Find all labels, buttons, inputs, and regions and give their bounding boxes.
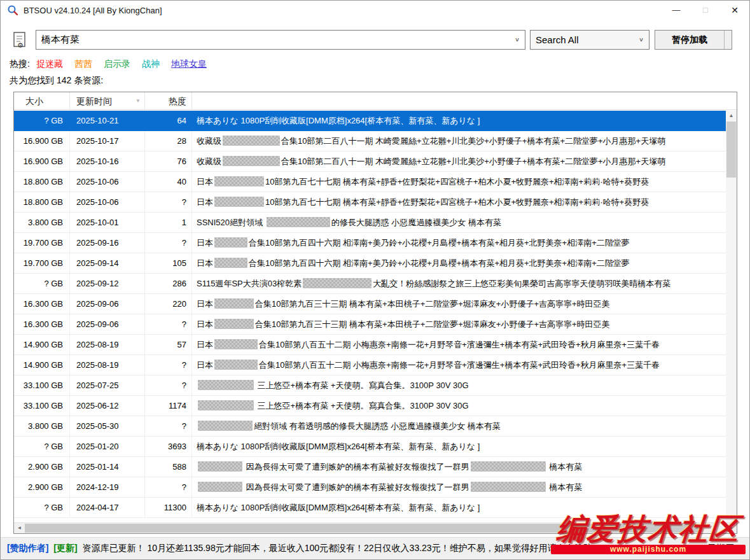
vertical-scrollbar[interactable]: ▲ ▼	[726, 111, 737, 522]
cell-heat: ?	[145, 375, 192, 395]
cell-size: 3.800 GB	[14, 416, 70, 436]
cell-title: 日本10部第九百七十七期 橋本有菜+靜香+佐野梨花+四宮桃子+柏木小夏+牧野麗奈…	[192, 172, 726, 192]
hot-search-link[interactable]: 启示录	[104, 59, 130, 69]
minimize-icon[interactable]: —	[662, 1, 691, 20]
cell-title: 日本合集10部第九百四十六期 相澤南+美乃鈴+小花櫻+月島櫻+橋本有菜+相月葵+…	[192, 233, 726, 253]
cell-title: SSNI520絕對領域 的修長大腿誘惑 小惡魔過膝襪美少女 橋本有菜	[192, 213, 726, 232]
cell-size: 33.100 GB	[14, 375, 70, 395]
cell-title: 三上悠亞+橋本有菜 +天使萌。寫真合集。3100P 30V 30G	[192, 375, 726, 395]
cell-date: 2025-10-21	[70, 111, 145, 130]
cell-size: ? GB	[14, 437, 70, 456]
header-size[interactable]: 大小	[14, 92, 70, 109]
hot-search-link[interactable]: 茜茜	[74, 59, 92, 69]
hot-search-row: 热搜:捉迷藏茜茜启示录战神地球女皇	[10, 59, 218, 70]
table-row[interactable]: 16.900 GB2025-10-1728收藏级合集10部第二百八十一期 木崎愛…	[14, 131, 726, 151]
pause-loading-label: 暂停加载	[655, 31, 724, 49]
table-row[interactable]: ? GB2024-04-1711300橋本ありな 1080P刮削收藏版[DMM原…	[14, 498, 726, 518]
table-row[interactable]: 2.900 GB2024-12-19? 因為長得太可愛了遭到嫉妒的橋本有菜被好友…	[14, 477, 726, 498]
table-row[interactable]: ? GB2025-01-203693橋本ありな 1080P刮削收藏版[DMM原档…	[14, 437, 726, 457]
table-row[interactable]: 18.800 GB2025-10-06?日本10部第九百七十七期 橋本有菜+靜香…	[14, 192, 726, 213]
chevron-down-icon[interactable]: ∨	[639, 36, 644, 43]
app-logo-icon	[7, 4, 18, 16]
scroll-up-icon[interactable]: ▲	[726, 111, 737, 121]
cell-title: 收藏级合集10部第二百八十一期 木崎愛麗絲+立花雛+川北美沙+小野優子+橋本有菜…	[192, 131, 726, 151]
cell-title: 三上悠亞+橋本有菜 +天使萌。寫真合集。3100P 30V 30G	[192, 396, 726, 416]
hot-search-link[interactable]: 捉迷藏	[36, 59, 63, 69]
button-split-handle[interactable]	[724, 31, 732, 49]
table-row[interactable]: 19.700 GB2025-09-14105日本合集10部第九百四十六期 相澤南…	[14, 253, 726, 274]
table-row[interactable]: 3.800 GB2025-05-30?絕對領域 有着透明感的修長大腿誘惑 小惡魔…	[14, 416, 726, 437]
cell-title: 日本10部第九百七十七期 橋本有菜+靜香+佐野梨花+四宮桃子+柏木小夏+牧野麗奈…	[192, 192, 726, 212]
hot-search-link[interactable]: 地球女皇	[171, 59, 207, 69]
titlebar: BTSOU v24.10.24 [All By KiongChan] — □ ✕	[1, 1, 749, 20]
horizontal-scroll-thumb[interactable]	[25, 524, 698, 533]
cell-title: 收藏级合集10部第二百八十一期 木崎愛麗絲+立花雛+川北美沙+小野優子+橋本有菜…	[192, 151, 726, 171]
censored-blur	[198, 461, 242, 472]
table-row[interactable]: 19.700 GB2025-09-16?日本合集10部第九百四十六期 相澤南+美…	[14, 233, 726, 253]
censored-blur	[223, 136, 280, 146]
scroll-right-icon[interactable]: ►	[726, 523, 737, 533]
table-row[interactable]: 33.100 GB2025-07-25? 三上悠亞+橋本有菜 +天使萌。寫真合集…	[14, 375, 726, 396]
search-scope-select[interactable]: Search All ∨	[530, 30, 649, 50]
table-row[interactable]: 33.100 GB2025-06-121174 三上悠亞+橋本有菜 +天使萌。寫…	[14, 396, 726, 416]
search-settings-button[interactable]: ⚙	[10, 30, 31, 50]
cell-size: 33.100 GB	[14, 396, 70, 416]
hot-search-label: 热搜:	[10, 59, 30, 69]
sort-descending-icon: ▼	[135, 92, 141, 110]
cell-size: 16.900 GB	[14, 131, 70, 151]
table-row[interactable]: 18.800 GB2025-10-0640日本10部第九百七十七期 橋本有菜+靜…	[14, 172, 726, 192]
censored-blur	[198, 380, 254, 390]
status-link[interactable]: [赞助作者]	[7, 543, 48, 553]
cell-date: 2025-10-17	[70, 131, 145, 151]
cell-size: 16.900 GB	[14, 151, 70, 171]
hot-search-link[interactable]: 战神	[142, 59, 160, 69]
cell-heat: 11300	[145, 498, 192, 517]
cell-size: 16.300 GB	[14, 294, 70, 314]
cell-date: 2025-09-16	[70, 233, 145, 253]
cell-date: 2025-06-12	[70, 396, 145, 416]
cell-heat: ?	[145, 192, 192, 212]
toolbar: ⚙ 橋本有菜 ∨ Search All ∨ 暂停加载	[10, 30, 742, 50]
cell-title: 日本合集10部第九百四十六期 相澤南+美乃鈴+小花櫻+月島櫻+橋本有菜+相月葵+…	[192, 253, 726, 273]
chevron-down-icon[interactable]: ∨	[515, 36, 520, 43]
table-row[interactable]: 16.900 GB2025-10-1676收藏级合集10部第二百八十一期 木崎愛…	[14, 151, 726, 172]
cell-heat: 3693	[145, 437, 192, 456]
window-controls: — □ ✕	[662, 1, 749, 20]
cell-heat: 286	[145, 274, 192, 293]
table-row[interactable]: 14.900 GB2025-08-19?日本合集10部第八百五十二期 小梅惠奈+…	[14, 355, 726, 375]
cell-heat: 1	[145, 213, 192, 232]
maximize-icon[interactable]: □	[691, 1, 720, 20]
scroll-left-icon[interactable]: ◄	[14, 523, 25, 533]
cell-title: 日本合集10部第八百五十二期 小梅惠奈+南條一花+月野琴音+濱邊彌生+橋本有菜+…	[192, 335, 726, 354]
table-row[interactable]: 16.300 GB2025-09-06220日本合集10部第九百三十三期 橋本有…	[14, 294, 726, 314]
table-row[interactable]: 14.900 GB2025-08-1957日本合集10部第八百五十二期 小梅惠奈…	[14, 335, 726, 355]
censored-blur	[214, 360, 258, 370]
table-row[interactable]: 2.900 GB2025-01-14588 因為長得太可愛了遭到嫉妒的橋本有菜被…	[14, 457, 726, 477]
cell-size: 19.700 GB	[14, 253, 70, 273]
cell-size: ? GB	[14, 274, 70, 293]
header-date[interactable]: 更新时间 ▼	[70, 92, 145, 109]
table-row[interactable]: ? GB2025-09-12286S115週年SP大共演03榨乾素大亂交！粉絲感…	[14, 274, 726, 294]
horizontal-scrollbar[interactable]: ◄ ►	[14, 522, 737, 533]
vertical-scroll-thumb[interactable]	[726, 122, 736, 178]
status-link[interactable]: [更新]	[53, 543, 77, 553]
cell-title: 橋本ありな 1080P刮削收藏版[DMM原档]x264[桥本有菜、新有菜、新あり…	[192, 437, 726, 456]
cell-date: 2024-04-17	[70, 498, 145, 517]
table-row[interactable]: 3.800 GB2025-10-011SSNI520絕對領域 的修長大腿誘惑 小…	[14, 213, 726, 233]
cell-title: 橋本ありな 1080P刮削收藏版[DMM原档]x264[桥本有菜、新有菜、新あり…	[192, 498, 726, 517]
cell-heat: 588	[145, 457, 192, 477]
cell-date: 2025-09-12	[70, 274, 145, 293]
header-title[interactable]	[192, 92, 737, 109]
cell-heat: 57	[145, 335, 192, 354]
scroll-down-icon[interactable]: ▼	[726, 512, 737, 522]
table-row[interactable]: 16.300 GB2025-09-06?日本合集10部第九百三十三期 橋本有菜+…	[14, 314, 726, 335]
search-scope-value: Search All	[536, 34, 579, 45]
header-heat[interactable]: 热度	[145, 92, 192, 109]
close-icon[interactable]: ✕	[720, 1, 749, 20]
cell-date: 2025-08-19	[70, 355, 145, 375]
censored-blur	[471, 461, 546, 472]
pause-loading-button[interactable]: 暂停加载	[655, 30, 732, 50]
table-row[interactable]: ? GB2025-10-2164橋本ありな 1080P刮削收藏版[DMM原档]x…	[14, 111, 726, 131]
search-input[interactable]: 橋本有菜 ∨	[36, 30, 525, 50]
censored-blur	[214, 176, 264, 186]
